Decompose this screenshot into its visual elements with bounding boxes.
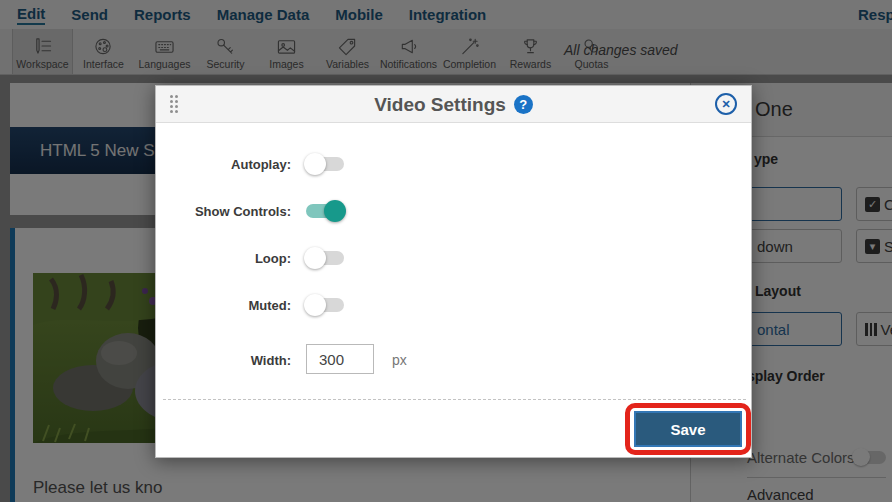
modal-header: Video Settings ? ✕ [156,86,751,123]
close-icon[interactable]: ✕ [715,93,737,115]
footer-separator [163,399,746,400]
show-controls-label: Show Controls: [156,204,291,219]
width-input[interactable] [306,344,374,374]
app-screen: Edit Send Reports Manage Data Mobile Int… [0,0,892,502]
loop-toggle[interactable] [306,251,344,265]
muted-label: Muted: [156,298,291,313]
save-button[interactable]: Save [634,411,742,447]
muted-row: Muted: [156,294,751,324]
help-icon[interactable]: ? [514,95,533,114]
modal-title: Video Settings [374,94,506,116]
muted-toggle[interactable] [306,298,344,312]
autoplay-label: Autoplay: [156,157,291,172]
width-row: Width: px [156,349,751,379]
width-label: Width: [156,353,291,368]
loop-label: Loop: [156,251,291,266]
autoplay-row: Autoplay: [156,153,751,183]
video-settings-modal: Video Settings ? ✕ Autoplay: Show Contro… [155,85,752,458]
show-controls-row: Show Controls: [156,200,751,230]
autoplay-toggle[interactable] [306,157,344,171]
show-controls-toggle[interactable] [306,204,344,218]
loop-row: Loop: [156,247,751,277]
width-unit-label: px [392,352,407,368]
